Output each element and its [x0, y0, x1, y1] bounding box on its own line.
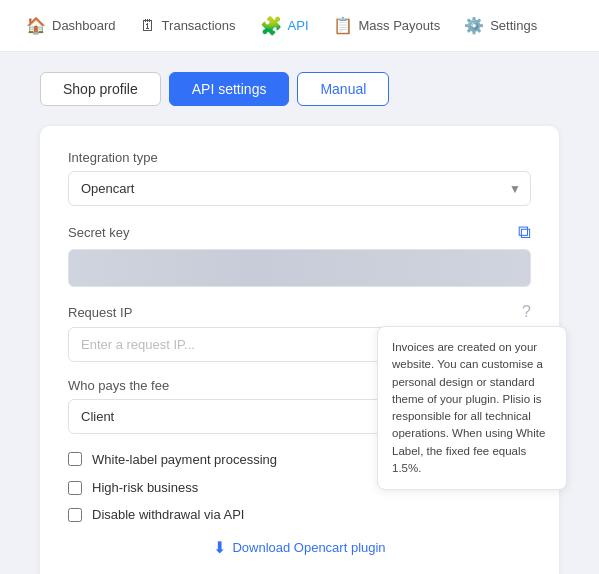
download-icon: ⬇ [213, 538, 226, 557]
disable-withdrawal-checkbox-label: Disable withdrawal via API [92, 507, 244, 522]
integration-type-group: Integration type Opencart WooCommerce Ma… [68, 150, 531, 206]
white-label-tooltip: Invoices are created on your website. Yo… [377, 326, 567, 490]
mass-payouts-icon: 📋 [333, 16, 353, 35]
secret-key-label: Secret key [68, 225, 129, 240]
disable-withdrawal-checkbox-group: Disable withdrawal via API [68, 507, 531, 522]
white-label-checkbox-label: White-label payment processing [92, 452, 277, 467]
nav-label-settings: Settings [490, 18, 537, 33]
tab-shop-profile[interactable]: Shop profile [40, 72, 161, 106]
secret-key-label-row: Secret key ⧉ [68, 222, 531, 243]
tooltip-text: Invoices are created on your website. Yo… [392, 341, 545, 474]
nav-item-mass-payouts[interactable]: 📋 Mass Payouts [323, 10, 451, 41]
request-ip-label: Request IP [68, 305, 132, 320]
integration-type-label: Integration type [68, 150, 531, 165]
tab-api-settings[interactable]: API settings [169, 72, 290, 106]
api-settings-card: Integration type Opencart WooCommerce Ma… [40, 126, 559, 574]
nav-label-api: API [288, 18, 309, 33]
high-risk-checkbox-label: High-risk business [92, 480, 198, 495]
nav-item-api[interactable]: 🧩 API [250, 9, 319, 43]
high-risk-checkbox[interactable] [68, 481, 82, 495]
secret-key-group: Secret key ⧉ [68, 222, 531, 287]
settings-icon: ⚙️ [464, 16, 484, 35]
nav-item-settings[interactable]: ⚙️ Settings [454, 10, 547, 41]
dashboard-icon: 🏠 [26, 16, 46, 35]
nav-label-transactions: Transactions [162, 18, 236, 33]
api-icon: 🧩 [260, 15, 282, 37]
transactions-icon: 🗓 [140, 17, 156, 35]
tab-manual[interactable]: Manual [297, 72, 389, 106]
download-plugin-link[interactable]: ⬇ Download Opencart plugin [68, 538, 531, 557]
nav-item-dashboard[interactable]: 🏠 Dashboard [16, 10, 126, 41]
nav-label-dashboard: Dashboard [52, 18, 116, 33]
disable-withdrawal-checkbox[interactable] [68, 508, 82, 522]
white-label-checkbox[interactable] [68, 452, 82, 466]
tab-buttons: Shop profile API settings Manual [40, 72, 559, 106]
main-content: Shop profile API settings Manual Integra… [0, 52, 599, 574]
integration-type-select[interactable]: Opencart WooCommerce Magento PrestaShop … [68, 171, 531, 206]
download-link-text: Download Opencart plugin [232, 540, 385, 555]
request-ip-label-row: Request IP ? [68, 303, 531, 321]
copy-icon[interactable]: ⧉ [518, 222, 531, 243]
secret-key-masked [68, 249, 531, 287]
top-navigation: 🏠 Dashboard 🗓 Transactions 🧩 API 📋 Mass … [0, 0, 599, 52]
integration-type-select-wrapper: Opencart WooCommerce Magento PrestaShop … [68, 171, 531, 206]
nav-item-transactions[interactable]: 🗓 Transactions [130, 11, 246, 41]
nav-label-mass-payouts: Mass Payouts [359, 18, 441, 33]
request-ip-help-icon[interactable]: ? [522, 303, 531, 321]
